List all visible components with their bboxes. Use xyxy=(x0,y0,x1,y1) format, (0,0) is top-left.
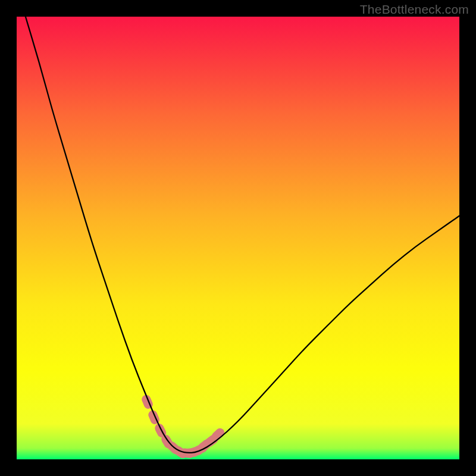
bottleneck-chart xyxy=(17,17,459,459)
watermark-text: TheBottleneck.com xyxy=(360,2,469,17)
gradient-background xyxy=(17,17,459,459)
chart-frame: TheBottleneck.com xyxy=(0,0,476,476)
plot-area xyxy=(17,17,459,459)
